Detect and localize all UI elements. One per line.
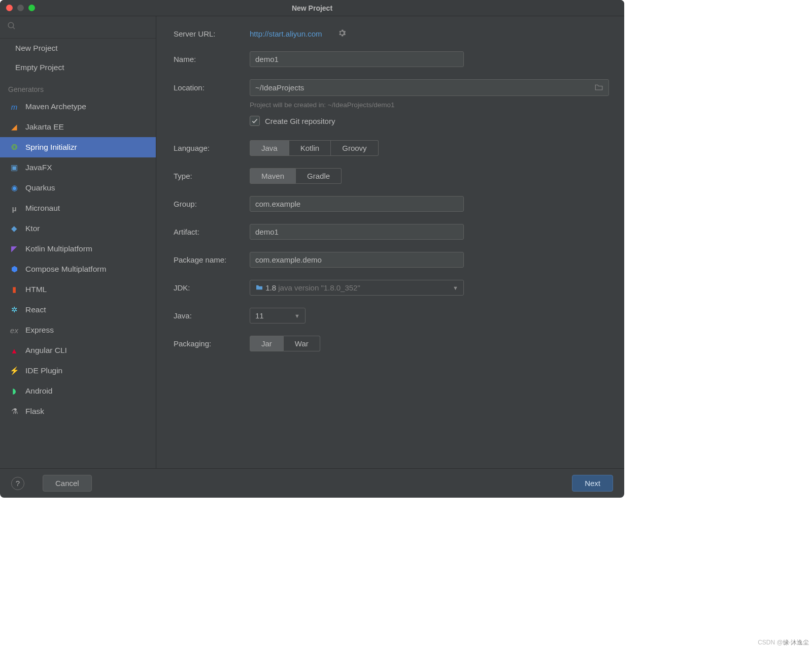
sidebar-item-label: Express: [25, 326, 54, 335]
sidebar-item-label: Maven Archetype: [25, 102, 86, 111]
sidebar-item-micronaut[interactable]: μMicronaut: [0, 198, 156, 218]
sidebar-item-react[interactable]: ✲React: [0, 300, 156, 320]
javafx-icon: ▣: [9, 163, 19, 173]
create-git-checkbox[interactable]: [250, 116, 260, 126]
sidebar-item-javafx[interactable]: ▣JavaFX: [0, 157, 156, 178]
name-label: Name:: [174, 55, 250, 63]
package-label: Package name:: [174, 255, 250, 264]
package-field[interactable]: com.example.demo: [250, 252, 464, 268]
micronaut-icon: μ: [9, 203, 19, 213]
artifact-field[interactable]: demo1: [250, 224, 464, 240]
type-option-maven[interactable]: Maven: [250, 168, 296, 184]
artifact-label: Artifact:: [174, 228, 250, 236]
sidebar-item-html[interactable]: ▮HTML: [0, 279, 156, 300]
sidebar-item-angular-cli[interactable]: ▲Angular CLI: [0, 340, 156, 361]
location-label: Location:: [174, 83, 250, 92]
html-icon: ▮: [9, 284, 19, 295]
type-option-gradle[interactable]: Gradle: [296, 168, 342, 184]
jdk-dropdown[interactable]: 1.8 java version "1.8.0_352" ▼: [250, 280, 464, 296]
next-button[interactable]: Next: [572, 475, 613, 492]
name-field[interactable]: demo1: [250, 51, 464, 67]
sidebar: New ProjectEmpty Project Generators mMav…: [0, 16, 156, 468]
sidebar-item-ktor[interactable]: ◆Ktor: [0, 218, 156, 239]
chevron-down-icon: ▼: [294, 313, 300, 319]
group-field[interactable]: com.example: [250, 196, 464, 212]
location-hint: Project will be created in: ~/IdeaProjec…: [250, 101, 609, 109]
footer: ? Cancel Next: [0, 468, 624, 498]
folder-icon[interactable]: [594, 83, 603, 92]
maven-archetype-icon: m: [9, 102, 19, 112]
window-title: New Project: [292, 4, 332, 12]
sidebar-item-express[interactable]: exExpress: [0, 320, 156, 340]
packaging-option-war[interactable]: War: [284, 336, 320, 351]
server-url-label: Server URL:: [174, 29, 250, 38]
sidebar-item-compose-multiplatform[interactable]: ⬢Compose Multiplatform: [0, 259, 156, 279]
jdk-label: JDK:: [174, 283, 250, 292]
jdk-detail: java version "1.8.0_352": [278, 283, 360, 292]
sidebar-item-label: React: [25, 305, 46, 314]
window-maximize[interactable]: [28, 5, 35, 11]
type-segment: MavenGradle: [250, 168, 342, 184]
generators-header: Generators: [0, 77, 156, 96]
gear-icon[interactable]: [337, 28, 347, 39]
sidebar-item-spring-initializr[interactable]: ❂Spring Initializr: [0, 137, 156, 157]
packaging-segment: JarWar: [250, 336, 320, 351]
form-panel: Server URL: http://start.aliyun.com Name…: [156, 16, 624, 468]
sidebar-item-android[interactable]: ◗Android: [0, 381, 156, 401]
sidebar-item-ide-plugin[interactable]: ⚡IDE Plugin: [0, 361, 156, 381]
sidebar-item-label: HTML: [25, 285, 47, 294]
java-dropdown[interactable]: 11 ▼: [250, 308, 306, 323]
watermark: CSDN @缘·沐逸尘: [758, 638, 809, 647]
language-option-java[interactable]: Java: [250, 140, 289, 156]
group-label: Group:: [174, 200, 250, 208]
sidebar-item-label: JavaFX: [25, 163, 52, 172]
angular-cli-icon: ▲: [9, 345, 19, 355]
location-value: ~/IdeaProjects: [255, 83, 304, 92]
packaging-label: Packaging:: [174, 339, 250, 348]
sidebar-item-empty-project[interactable]: Empty Project: [0, 58, 156, 77]
compose-multiplatform-icon: ⬢: [9, 264, 19, 274]
quarkus-icon: ◉: [9, 183, 19, 193]
ide-plugin-icon: ⚡: [9, 366, 19, 376]
sidebar-item-maven-archetype[interactable]: mMaven Archetype: [0, 96, 156, 117]
sidebar-item-label: Ktor: [25, 224, 40, 233]
location-field[interactable]: ~/IdeaProjects: [250, 79, 609, 96]
search-input[interactable]: [0, 16, 156, 39]
server-url-link[interactable]: http://start.aliyun.com: [250, 29, 322, 38]
jakarta-ee-icon: ◢: [9, 122, 19, 132]
sidebar-item-flask[interactable]: ⚗Flask: [0, 401, 156, 422]
svg-point-0: [8, 22, 14, 28]
search-icon: [7, 22, 16, 33]
kotlin-multiplatform-icon: ◤: [9, 244, 19, 254]
sidebar-item-label: Quarkus: [25, 183, 55, 192]
sidebar-item-quarkus[interactable]: ◉Quarkus: [0, 178, 156, 198]
language-option-kotlin[interactable]: Kotlin: [289, 140, 331, 156]
window-minimize[interactable]: [17, 5, 24, 11]
language-segment: JavaKotlinGroovy: [250, 140, 379, 156]
sidebar-item-label: IDE Plugin: [25, 366, 62, 375]
sidebar-item-kotlin-multiplatform[interactable]: ◤Kotlin Multiplatform: [0, 239, 156, 259]
sidebar-item-jakarta-ee[interactable]: ◢Jakarta EE: [0, 117, 156, 137]
titlebar: New Project: [0, 0, 624, 16]
chevron-down-icon: ▼: [453, 285, 458, 291]
type-label: Type:: [174, 172, 250, 180]
sidebar-item-label: Jakarta EE: [25, 122, 64, 132]
language-label: Language:: [174, 144, 250, 152]
java-value: 11: [255, 311, 264, 320]
language-option-groovy[interactable]: Groovy: [331, 140, 378, 156]
sidebar-item-new-project[interactable]: New Project: [0, 39, 156, 58]
jdk-value: 1.8: [265, 283, 276, 292]
sidebar-item-label: Compose Multiplatform: [25, 265, 106, 274]
sidebar-item-label: Micronaut: [25, 204, 60, 213]
sidebar-item-label: Android: [25, 386, 52, 396]
window-close[interactable]: [6, 5, 13, 11]
svg-line-1: [13, 27, 15, 29]
cancel-button[interactable]: Cancel: [43, 475, 92, 492]
sidebar-item-label: Angular CLI: [25, 346, 67, 355]
ktor-icon: ◆: [9, 223, 19, 234]
sidebar-item-label: Kotlin Multiplatform: [25, 244, 92, 253]
packaging-option-jar[interactable]: Jar: [250, 336, 284, 351]
help-button[interactable]: ?: [11, 477, 24, 490]
express-icon: ex: [9, 325, 19, 335]
sidebar-item-label: Spring Initializr: [25, 143, 77, 152]
